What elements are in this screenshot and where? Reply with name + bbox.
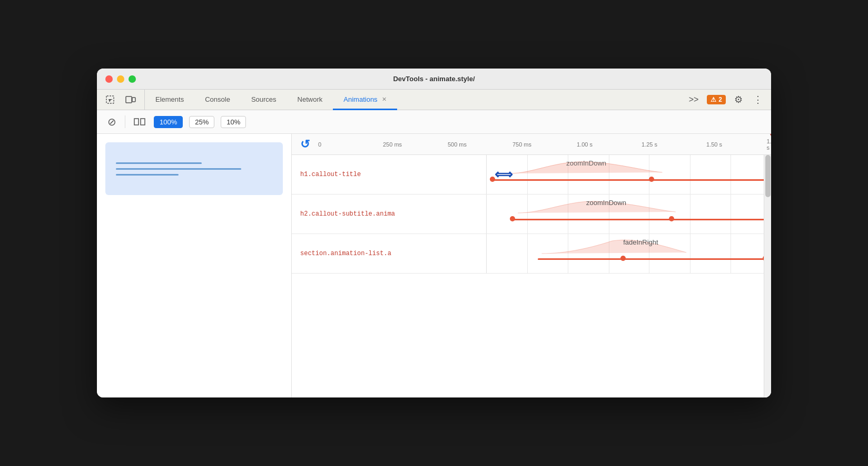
anim-selector-2: h2.callout-subtitle.anima (292, 195, 487, 234)
more-options-button[interactable]: ⋮ (751, 92, 765, 108)
speed-100-button[interactable]: 100% (154, 116, 183, 128)
tick-1250: 1.25 s (642, 141, 657, 148)
svg-rect-4 (141, 119, 145, 125)
maximize-button[interactable] (129, 75, 136, 83)
ruler-ticks: 0 250 ms 500 ms 750 ms 1.00 s 1.25 s 1.5… (318, 134, 771, 154)
animation-row-2: h2.callout-subtitle.anima (292, 195, 771, 234)
speed-10-button[interactable]: 10% (221, 116, 246, 128)
anim-track-2[interactable]: zoomInDown (487, 195, 771, 234)
anim-dot-end-2[interactable] (669, 216, 674, 221)
device-toolbar-button[interactable] (123, 93, 138, 106)
tab-console[interactable]: Console (194, 90, 241, 110)
anim-dot-start-2[interactable] (510, 216, 515, 221)
devtools-toolbar: Elements Console Sources Network Animati… (97, 90, 771, 110)
anim-name-2: zoomInDown (586, 199, 626, 207)
anim-name-1: zoomInDown (566, 159, 606, 167)
more-tabs-button[interactable]: >> (687, 93, 701, 106)
anim-dot-mid-1[interactable] (649, 177, 654, 182)
anim-bar-3[interactable] (538, 258, 765, 260)
animation-row-1: h1.callout-title ⟺ (292, 155, 771, 195)
anim-bar-1[interactable] (492, 179, 765, 181)
tick-500: 500 ms (448, 141, 467, 148)
warnings-badge[interactable]: ⚠ 2 (707, 95, 726, 104)
timeline-ruler: ↺ 0 250 ms 500 ms 750 ms 1.00 s 1.25 s 1… (292, 134, 771, 155)
pause-button[interactable]: ⊘ (105, 113, 119, 130)
preview-line-2 (116, 168, 241, 170)
minimize-button[interactable] (117, 75, 124, 83)
toolbar-right: >> ⚠ 2 ⚙ ⋮ (680, 90, 771, 110)
main-content: ↺ 0 250 ms 500 ms 750 ms 1.00 s 1.25 s 1… (97, 134, 771, 397)
animation-rows: h1.callout-title ⟺ (292, 155, 771, 274)
tick-1000: 1.00 s (577, 141, 593, 148)
tick-0: 0 (318, 141, 321, 148)
window-controls (105, 75, 136, 83)
left-panel (97, 134, 292, 397)
animation-preview (105, 142, 283, 195)
anim-bar-2[interactable] (512, 219, 766, 220)
anim-track-3[interactable]: fadeInRight (487, 234, 771, 273)
toolbar-icons (97, 90, 145, 110)
scrubber-button[interactable] (132, 115, 147, 129)
tab-sources[interactable]: Sources (241, 90, 287, 110)
anim-selector-1: h1.callout-title (292, 155, 487, 194)
anim-selector-3: section.animation-list.a (292, 234, 487, 273)
replay-button[interactable]: ↺ (292, 138, 318, 151)
animations-subtoolbar: ⊘ 100% 25% 10% (97, 110, 771, 134)
settings-button[interactable]: ⚙ (732, 92, 745, 108)
svg-rect-2 (132, 98, 135, 102)
close-button[interactable] (105, 75, 113, 83)
window-title: DevTools - animate.style/ (393, 75, 475, 83)
anim-track-1[interactable]: ⟺ zoomInDown (487, 155, 771, 194)
easing-curve-3 (538, 237, 694, 255)
speed-25-button[interactable]: 25% (189, 116, 214, 128)
tick-1500: 1.50 s (706, 141, 722, 148)
anim-dot-mid-3[interactable] (620, 256, 626, 261)
inspect-element-button[interactable] (103, 93, 117, 106)
titlebar: DevTools - animate.style/ (97, 69, 771, 90)
anim-dot-start-1[interactable] (490, 177, 495, 182)
tick-750: 750 ms (512, 141, 531, 148)
toolbar-tabs: Elements Console Sources Network Animati… (145, 90, 680, 110)
tab-animations[interactable]: Animations ✕ (333, 90, 397, 110)
tab-network[interactable]: Network (287, 90, 333, 110)
svg-rect-3 (134, 119, 139, 125)
tick-250: 250 ms (383, 141, 402, 148)
timeline-panel: ↺ 0 250 ms 500 ms 750 ms 1.00 s 1.25 s 1… (292, 134, 771, 397)
playhead-marker[interactable] (770, 134, 771, 142)
animation-row-3: section.animation-list.a (292, 234, 771, 274)
preview-line-1 (116, 162, 202, 164)
preview-line-3 (116, 174, 179, 176)
devtools-window: DevTools - animate.style/ Elements (97, 69, 771, 397)
scrollbar[interactable] (764, 155, 771, 397)
anim-name-3: fadeInRight (623, 238, 658, 246)
tab-elements[interactable]: Elements (145, 90, 194, 110)
scrollbar-thumb[interactable] (765, 155, 771, 197)
tab-close-icon[interactable]: ✕ (382, 96, 387, 103)
svg-rect-1 (126, 96, 132, 103)
